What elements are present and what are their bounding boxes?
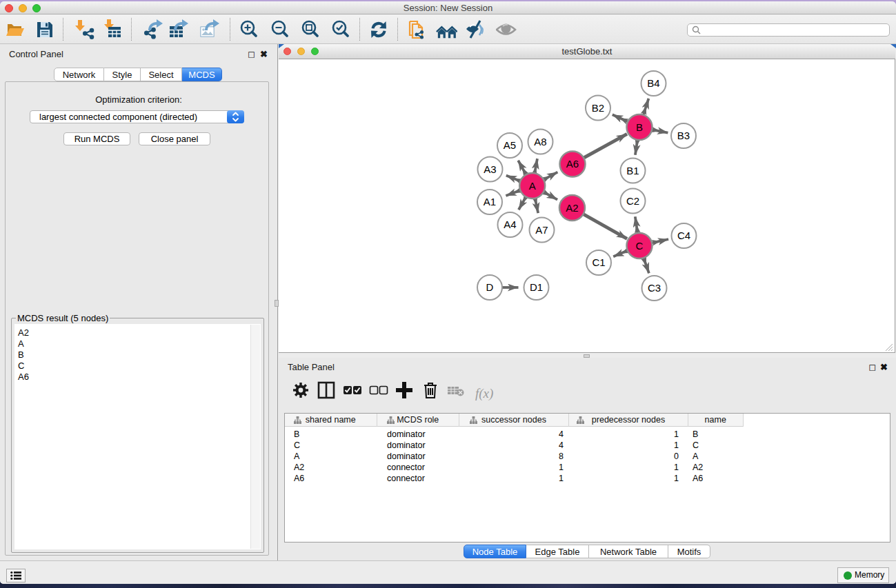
svg-text:B2: B2 [592, 102, 604, 114]
svg-text:B: B [636, 121, 643, 133]
svg-text:C1: C1 [592, 256, 605, 268]
svg-text:A5: A5 [504, 139, 516, 151]
svg-text:A1: A1 [484, 196, 496, 207]
svg-text:A2: A2 [566, 202, 578, 214]
svg-text:D: D [486, 281, 494, 293]
svg-text:B3: B3 [677, 130, 690, 141]
svg-text:A3: A3 [484, 163, 496, 175]
svg-text:A6: A6 [566, 158, 579, 170]
svg-text:A: A [529, 180, 536, 192]
svg-text:B1: B1 [626, 165, 639, 176]
svg-text:C2: C2 [626, 195, 639, 207]
svg-text:C3: C3 [648, 282, 661, 294]
svg-text:A7: A7 [535, 224, 548, 236]
svg-text:A8: A8 [534, 136, 546, 148]
svg-text:C: C [636, 240, 644, 252]
svg-text:D1: D1 [530, 281, 543, 293]
svg-text:A4: A4 [504, 219, 516, 230]
svg-text:C4: C4 [677, 230, 690, 241]
svg-text:B4: B4 [647, 77, 659, 89]
